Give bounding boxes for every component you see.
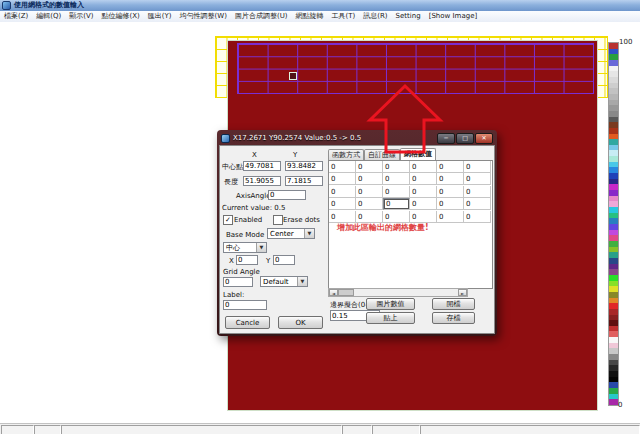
grid-cell-r4-c1[interactable]: 0: [356, 211, 383, 223]
label-input[interactable]: [223, 300, 267, 310]
grid-cell-r2-c1[interactable]: 0: [356, 186, 383, 198]
app-icon: [2, 1, 11, 10]
ok-button[interactable]: OK: [278, 316, 323, 329]
axis-angle-label: AxisAngle: [236, 192, 270, 200]
grid-cell-r4-c5[interactable]: 0: [464, 211, 491, 223]
grid-cell-r4-c3[interactable]: 0: [410, 211, 437, 223]
menu-item-8[interactable]: 網點旋轉: [292, 11, 328, 22]
menu-item-5[interactable]: 匯出(Y): [144, 11, 176, 22]
erase-dots-label: Erase dots: [283, 216, 320, 224]
grid-cell-r1-c5[interactable]: 0: [464, 173, 491, 185]
grid-cell-r0-c1[interactable]: 0: [356, 161, 383, 173]
grid-cell-r1-c0[interactable]: 0: [329, 173, 356, 185]
enabled-label: Enabled: [234, 216, 262, 224]
menu-item-1[interactable]: 檔案(Z): [0, 11, 32, 22]
dialog-titlebar[interactable]: X17.2671 Y90.2574 Value:0.5 -> 0.5 ─ □ ✕: [219, 132, 495, 145]
dialog-body: X Y 中心點 長度 AxisAngle Current value: 0.5 …: [219, 145, 495, 334]
grid-point-marker[interactable]: [289, 72, 297, 80]
maximize-button[interactable]: □: [456, 133, 474, 144]
status-pane: [61, 425, 342, 434]
menu-item-10[interactable]: 訊息(R): [359, 11, 391, 22]
cancel-button[interactable]: Cancle: [225, 316, 270, 329]
dialog-icon: [221, 134, 230, 143]
column-header-y: Y: [293, 151, 297, 159]
menu-item-3[interactable]: 顯示(V): [65, 11, 97, 22]
tab-function-mode[interactable]: 函數方式: [328, 149, 364, 160]
close-button[interactable]: ✕: [475, 133, 493, 144]
tab-custom-curve[interactable]: 自訂曲線: [364, 149, 400, 160]
minimize-button[interactable]: ─: [437, 133, 455, 144]
grid-cell-r3-c5[interactable]: 0: [464, 198, 491, 210]
window-title: 使用網格式的數值輸入: [14, 0, 84, 11]
grid-cell-r1-c3[interactable]: 0: [410, 173, 437, 185]
save-file-button[interactable]: 存檔: [432, 312, 475, 324]
center-x-input[interactable]: [243, 161, 281, 171]
scrollbar-thumb[interactable]: [338, 289, 354, 296]
grid-cell-r0-c4[interactable]: 0: [437, 161, 464, 173]
image-values-button[interactable]: 圖片數值: [366, 298, 415, 310]
status-pane: [34, 425, 61, 434]
color-stripe: [609, 399, 618, 405]
scroll-right-icon[interactable]: ►: [458, 289, 467, 296]
grid-cell-r0-c3[interactable]: 0: [410, 161, 437, 173]
grid-angle-input[interactable]: [223, 277, 253, 287]
axis-angle-input[interactable]: [268, 190, 306, 200]
grid-cell-r4-c2[interactable]: 0: [383, 211, 410, 223]
grid-angle-mode-select[interactable]: Default ▼: [260, 276, 308, 287]
erase-dots-checkbox[interactable]: [273, 215, 283, 225]
menu-item-9[interactable]: 工具(T): [328, 11, 360, 22]
grid-cell-r1-c1[interactable]: 0: [356, 173, 383, 185]
grid-cell-r0-c2[interactable]: 0: [383, 161, 410, 173]
grid-cell-r3-c2[interactable]: 0: [383, 198, 410, 210]
label-label: Label:: [223, 291, 244, 299]
color-scale-max-label: 100: [619, 38, 632, 46]
grid-cell-r2-c4[interactable]: 0: [437, 186, 464, 198]
tab-grid-values[interactable]: 網格數值: [400, 148, 436, 160]
tab-strip: 函數方式 自訂曲線 網格數值: [328, 149, 436, 160]
menu-item-4[interactable]: 點位編修(X): [98, 11, 144, 22]
y-offset-input[interactable]: [273, 255, 295, 265]
center-y-input[interactable]: [285, 161, 323, 171]
grid-cell-r2-c3[interactable]: 0: [410, 186, 437, 198]
grid-cell-r2-c2[interactable]: 0: [383, 186, 410, 198]
menu-item-2[interactable]: 編輯(Q): [32, 11, 65, 22]
color-scale-min-label: 0: [618, 401, 622, 409]
base-mode-select[interactable]: Center ▼: [267, 228, 315, 239]
value-grid-table[interactable]: 增加此區輸出的網格數量! 000000000000000000000000000…: [328, 160, 493, 289]
grid-cell-r4-c4[interactable]: 0: [437, 211, 464, 223]
grid-cell-r2-c0[interactable]: 0: [329, 186, 356, 198]
status-bar: [0, 423, 640, 434]
open-file-button[interactable]: 開檔: [432, 298, 475, 310]
grid-cell-r1-c4[interactable]: 0: [437, 173, 464, 185]
x-offset-input[interactable]: [236, 255, 258, 265]
grid-cell-r3-c0[interactable]: 0: [329, 198, 356, 210]
grid-value-dialog: X17.2671 Y90.2574 Value:0.5 -> 0.5 ─ □ ✕…: [217, 130, 497, 336]
menu-item-7[interactable]: 圖片合成調整(U): [231, 11, 292, 22]
grid-cell-r2-c5[interactable]: 0: [464, 186, 491, 198]
y-offset-label: Y: [266, 257, 270, 265]
grid-angle-label: Grid Angle: [223, 268, 260, 276]
grid-cell-r0-c0[interactable]: 0: [329, 161, 356, 173]
length-x-input[interactable]: [243, 176, 281, 186]
grid-cell-r3-c1[interactable]: 0: [356, 198, 383, 210]
grid-cell-r1-c2[interactable]: 0: [383, 173, 410, 185]
scroll-left-icon[interactable]: ◄: [329, 289, 338, 296]
grid-cell-r0-c5[interactable]: 0: [464, 161, 491, 173]
menu-item-6[interactable]: 均勻性調整(W): [176, 11, 231, 22]
annotation-note: 增加此區輸出的網格數量!: [337, 222, 429, 233]
status-pane: [372, 425, 420, 434]
menu-item-11[interactable]: Setting: [392, 11, 425, 22]
grid-cell-r4-c0[interactable]: 0: [329, 211, 356, 223]
paste-button[interactable]: 貼上: [366, 312, 415, 324]
anchor-select[interactable]: 中心 ▼: [223, 242, 267, 253]
horizontal-scrollbar[interactable]: ◄ ►: [328, 288, 468, 297]
length-y-input[interactable]: [285, 176, 323, 186]
status-pane: [342, 425, 372, 434]
purple-selection-grid[interactable]: [237, 43, 594, 94]
enabled-checkbox[interactable]: ✓: [223, 215, 233, 225]
chevron-down-icon: ▼: [297, 277, 307, 286]
grid-cell-r3-c4[interactable]: 0: [437, 198, 464, 210]
grid-cell-r3-c3[interactable]: 0: [410, 198, 437, 210]
menu-item-12[interactable]: [Show Image]: [425, 11, 482, 22]
base-mode-label: Base Mode: [226, 231, 264, 239]
